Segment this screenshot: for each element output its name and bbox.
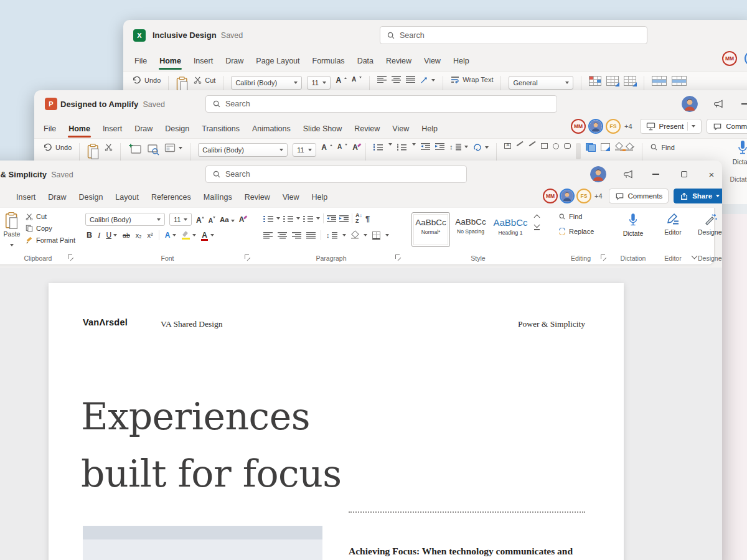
powerpoint-tab-transitions[interactable]: Transitions (195, 121, 246, 136)
powerpoint-tab-draw[interactable]: Draw (128, 121, 159, 136)
word-comments-button[interactable]: Comments (609, 189, 669, 203)
excel-font-name-select[interactable]: Calibri (Body) (231, 76, 302, 90)
rectangle-shape-icon[interactable] (541, 143, 548, 149)
line-spacing-button[interactable]: ↕ (326, 231, 330, 239)
font-dialog-launcher[interactable] (245, 254, 251, 261)
excel-avatar-mm[interactable]: MM (722, 51, 737, 66)
style-gallery-scroll[interactable] (531, 208, 542, 247)
word-search-box[interactable]: Search (205, 166, 467, 183)
excel-cut-button[interactable]: Cut (194, 76, 215, 84)
excel-tab-formulas[interactable]: Formulas (306, 54, 351, 68)
word-feedback-button[interactable] (620, 167, 636, 181)
style-no-spacing[interactable]: AaBbCc No Spacing (451, 212, 490, 247)
grow-font-button[interactable]: A (196, 214, 204, 225)
word-tab-review[interactable]: Review (238, 190, 276, 205)
subscript-button[interactable]: x₂ (136, 231, 142, 239)
word-tab-references[interactable]: References (145, 190, 197, 205)
increase-indent-button[interactable] (339, 215, 349, 222)
powerpoint-new-slide-button[interactable] (128, 143, 142, 156)
align-center-button[interactable] (278, 232, 287, 239)
excel-tab-page-layout[interactable]: Page Layout (250, 54, 306, 68)
paragraph-dialog-launcher[interactable] (395, 254, 402, 261)
excel-avatar-partial[interactable] (745, 51, 747, 66)
excel-undo-button[interactable]: Undo (132, 76, 161, 85)
align-bottom-icon[interactable] (406, 76, 415, 83)
paste-button[interactable]: Paste (1, 212, 23, 249)
excel-tab-insert[interactable]: Insert (187, 54, 219, 68)
arrange-icon[interactable] (586, 143, 596, 152)
font-color-button[interactable]: A (202, 231, 207, 240)
decrease-indent-button[interactable] (327, 215, 336, 222)
excel-search-box[interactable]: Search (380, 26, 647, 44)
word-font-name-select[interactable]: Calibri (Body) (85, 213, 165, 226)
excel-orientation-button[interactable] (420, 76, 435, 84)
excel-tab-data[interactable]: Data (351, 54, 380, 68)
powerpoint-shape-fill-button[interactable] (615, 143, 634, 151)
powerpoint-dictate-button[interactable]: Dictate Dictation (723, 140, 747, 183)
rounded-rectangle-shape-icon[interactable] (564, 143, 571, 149)
clipboard-dialog-launcher[interactable] (68, 254, 74, 261)
powerpoint-undo-button[interactable]: Undo (43, 143, 72, 152)
powerpoint-slide-layout-button[interactable] (164, 143, 182, 153)
delete-cells-icon[interactable] (672, 76, 687, 86)
powerpoint-tab-design[interactable]: Design (159, 121, 195, 136)
word-minimize-button[interactable] (647, 167, 664, 181)
powerpoint-tab-review[interactable]: Review (348, 121, 386, 136)
excel-tab-home[interactable]: Home (153, 54, 187, 68)
align-left-button[interactable] (263, 232, 273, 239)
multilevel-list-button[interactable] (303, 215, 313, 222)
change-case-button[interactable]: Aa (220, 216, 235, 223)
increase-indent-icon[interactable] (435, 143, 444, 150)
shading-button[interactable] (351, 231, 359, 239)
clear-formatting-icon[interactable]: A (352, 143, 358, 152)
shapes-gallery-scrollbar[interactable] (576, 143, 581, 159)
powerpoint-grow-font-button[interactable]: A (321, 143, 332, 152)
word-tab-help[interactable]: Help (306, 190, 334, 205)
powerpoint-font-name-select[interactable]: Calibri (Body) (198, 143, 288, 157)
numbering-button[interactable] (283, 215, 293, 222)
style-heading-1[interactable]: AaBbCc Heading 1 (491, 212, 530, 247)
powerpoint-avatar-overflow[interactable]: +4 (624, 123, 632, 130)
oval-shape-icon[interactable] (553, 143, 559, 149)
show-formatting-button[interactable]: ¶ (365, 215, 370, 222)
powerpoint-cut-button[interactable] (105, 143, 113, 151)
word-avatar-overflow[interactable]: +4 (594, 192, 603, 200)
powerpoint-paste-button[interactable] (87, 143, 100, 159)
superscript-button[interactable]: x² (148, 231, 153, 239)
powerpoint-comments-button[interactable]: Comments (707, 119, 747, 134)
excel-tab-file[interactable]: File (128, 54, 153, 68)
find-button[interactable]: Find (558, 213, 582, 220)
word-share-button[interactable]: Share (674, 189, 722, 203)
insert-cells-icon[interactable] (652, 76, 667, 86)
excel-font-size-select[interactable]: 11 (307, 76, 331, 90)
word-tab-layout[interactable]: Layout (109, 190, 145, 205)
dictate-button[interactable]: Dictate (614, 208, 652, 237)
align-right-button[interactable] (292, 232, 301, 239)
style-normal[interactable]: AaBbCc Normal* (411, 212, 450, 247)
powerpoint-tab-slide-show[interactable]: Slide Show (297, 121, 349, 136)
numbering-icon[interactable] (397, 143, 407, 150)
cell-styles-icon[interactable] (624, 76, 636, 86)
excel-number-format-select[interactable]: General (509, 76, 573, 90)
cut-button[interactable]: Cut (26, 213, 75, 220)
line-shape-icon[interactable] (517, 141, 524, 146)
editor-button[interactable]: Editor (657, 208, 689, 236)
conditional-formatting-icon[interactable] (589, 76, 601, 86)
arrow-shape-icon[interactable] (529, 141, 536, 146)
powerpoint-minimize-button[interactable] (736, 97, 747, 111)
format-as-table-icon[interactable] (606, 76, 619, 86)
powerpoint-find-button[interactable]: Find (650, 143, 674, 151)
word-tab-insert[interactable]: Insert (10, 190, 42, 205)
borders-button[interactable] (372, 231, 380, 240)
powerpoint-search-box[interactable]: Search (205, 95, 557, 113)
word-close-button[interactable]: × (703, 167, 720, 181)
replace-button[interactable]: Replace (558, 228, 594, 235)
designer-button[interactable]: Designer (689, 208, 722, 236)
word-font-size-select[interactable]: 11 (169, 213, 192, 226)
align-top-icon[interactable] (377, 76, 387, 83)
sort-button[interactable]: A↓Z (355, 213, 362, 224)
clear-formatting-button[interactable]: A (239, 215, 245, 224)
powerpoint-tab-help[interactable]: Help (415, 121, 444, 136)
word-tab-design[interactable]: Design (72, 190, 109, 205)
excel-tab-view[interactable]: View (418, 54, 447, 68)
